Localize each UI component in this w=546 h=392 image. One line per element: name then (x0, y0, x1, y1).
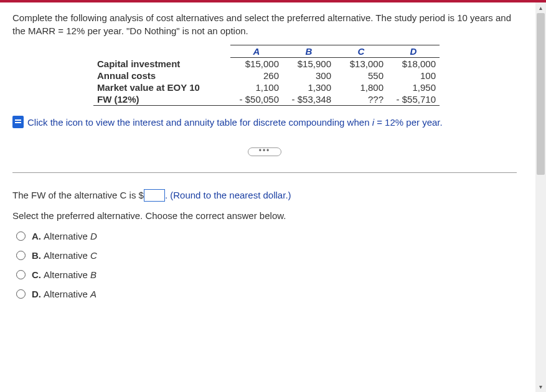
choice-letter: D. (32, 289, 41, 299)
choices-group: A.Alternative D B.Alternative C C.Altern… (12, 231, 517, 299)
divider (12, 172, 517, 173)
question-text: Complete the following analysis of cost … (12, 11, 517, 37)
choice-instruction: Select the preferred alternative. Choose… (12, 210, 517, 221)
col-header-c: C (335, 45, 387, 58)
scroll-down-icon[interactable]: ▾ (535, 381, 546, 392)
link-prefix: Click the icon to view the interest and … (27, 117, 372, 128)
cell: 1,300 (283, 82, 335, 93)
cell: 1,950 (387, 82, 440, 93)
content-area: Complete the following analysis of cost … (0, 2, 529, 299)
cell: 1,800 (335, 82, 387, 93)
choice-word: Alternative (44, 250, 90, 261)
choice-letter: C. (32, 269, 41, 280)
radio-icon (16, 251, 26, 260)
cell: $15,000 (230, 58, 283, 70)
link-suffix: = 12% per year. (374, 117, 443, 128)
choice-alt: C (90, 250, 97, 261)
scroll-thumb[interactable] (537, 13, 545, 175)
row-label: Annual costs (93, 70, 230, 82)
radio-icon (16, 270, 26, 279)
answer-prefix: The FW of the alternative C is $ (12, 190, 144, 200)
table-row: Market value at EOY 10 1,100 1,300 1,800… (93, 82, 440, 93)
cell: - $55,710 (387, 93, 440, 106)
cell: 300 (283, 70, 335, 82)
choice-word: Alternative (44, 231, 90, 241)
scrollbar[interactable]: ▴ ▾ (535, 2, 546, 392)
choice-alt: A (90, 289, 96, 299)
cell: $13,000 (335, 58, 387, 70)
cell: 260 (230, 70, 283, 82)
expand-button[interactable]: ••• (248, 147, 281, 156)
row-label: FW (12%) (93, 93, 230, 106)
cell: $15,900 (283, 58, 335, 70)
choice-alt: D (90, 231, 97, 241)
document-icon[interactable] (12, 116, 24, 128)
choice-alt: B (90, 269, 96, 280)
row-label: Market value at EOY 10 (93, 82, 230, 93)
radio-icon (16, 231, 26, 241)
cell: 550 (335, 70, 387, 82)
fill-in-line: The FW of the alternative C is $. (Round… (12, 189, 517, 202)
fw-c-input[interactable] (144, 189, 165, 202)
cell: ??? (335, 93, 387, 106)
col-header-b: B (283, 45, 335, 58)
row-label: Capital investment (93, 58, 230, 70)
answer-hint: . (Round to the nearest dollar.) (165, 190, 291, 200)
reference-link[interactable]: Click the icon to view the interest and … (27, 117, 443, 128)
choice-a[interactable]: A.Alternative D (16, 231, 517, 241)
table-row: Capital investment $15,000 $15,900 $13,0… (93, 58, 440, 70)
col-header-d: D (387, 45, 440, 58)
data-table-wrap: A B C D Capital investment $15,000 $15,9… (93, 45, 517, 106)
table-header-row: A B C D (93, 45, 440, 58)
col-header-a: A (230, 45, 283, 58)
scroll-up-icon[interactable]: ▴ (535, 2, 546, 13)
cell: - $50,050 (230, 93, 283, 106)
reference-link-row: Click the icon to view the interest and … (12, 116, 517, 128)
table-row: FW (12%) - $50,050 - $53,348 ??? - $55,7… (93, 93, 440, 106)
cell: 100 (387, 70, 440, 82)
alternatives-table: A B C D Capital investment $15,000 $15,9… (93, 45, 440, 106)
choice-letter: B. (32, 250, 41, 261)
cell: $18,000 (387, 58, 440, 70)
radio-icon (16, 289, 26, 299)
cell: 1,100 (230, 82, 283, 93)
cell: - $53,348 (283, 93, 335, 106)
choice-c[interactable]: C.Alternative B (16, 269, 517, 280)
table-row: Annual costs 260 300 550 100 (93, 70, 440, 82)
choice-b[interactable]: B.Alternative C (16, 250, 517, 261)
choice-word: Alternative (44, 289, 90, 299)
choice-d[interactable]: D.Alternative A (16, 289, 517, 299)
choice-word: Alternative (44, 269, 90, 280)
expand-row: ••• (12, 144, 517, 156)
choice-letter: A. (32, 231, 41, 241)
